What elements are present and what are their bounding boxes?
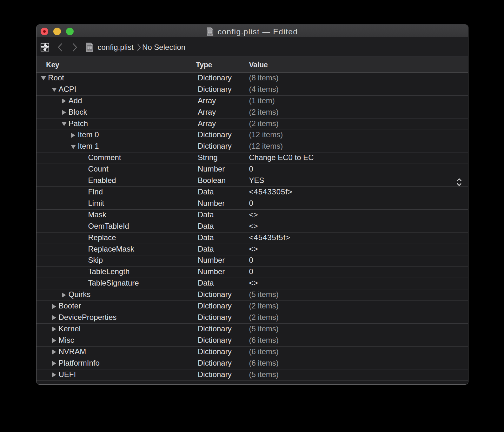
svg-text:PLIST: PLIST bbox=[87, 50, 92, 52]
svg-text:PLIST: PLIST bbox=[208, 34, 212, 36]
